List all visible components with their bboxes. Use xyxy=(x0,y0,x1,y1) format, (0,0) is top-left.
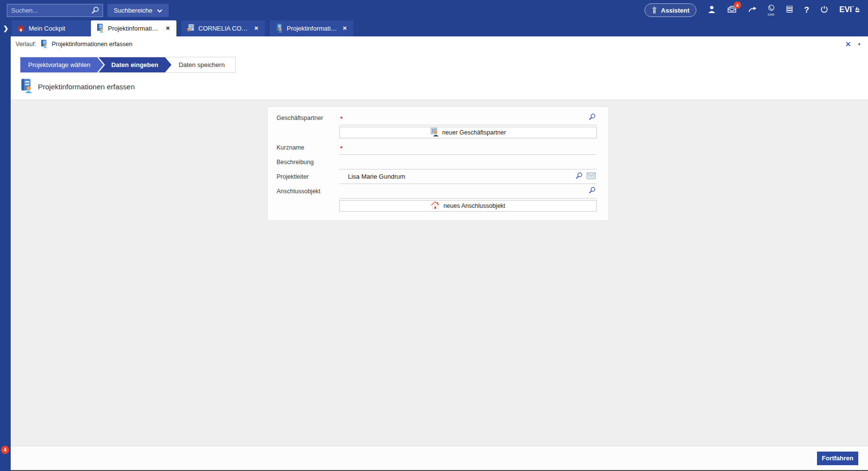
logout-button[interactable] xyxy=(820,5,828,15)
new-connection-object-button[interactable]: neues Anschlussobjekt xyxy=(339,200,597,212)
globe-label: GMD xyxy=(768,14,775,16)
close-icon[interactable]: ✕ xyxy=(845,40,851,48)
field-control xyxy=(339,155,597,169)
main-area: Verlauf: Projektinformationen erfassen ✕… xyxy=(11,36,868,471)
close-icon[interactable]: ✕ xyxy=(165,24,171,33)
left-edge-strip: 4 xyxy=(0,36,11,471)
tab-projektinformationen-2[interactable]: Projektinformatione... ✕ xyxy=(270,20,353,36)
redo-button[interactable] xyxy=(748,5,757,15)
logo-text: EVI xyxy=(839,5,852,14)
tab-bar: ❯ Mein Cockpit Projektinformatione... ✕ … xyxy=(0,20,868,36)
footer-bar: Fortfahren xyxy=(11,446,868,470)
field-row-anschlussobjekt: Anschlussobjekt xyxy=(277,184,597,199)
geschaeftspartner-input[interactable] xyxy=(348,114,586,121)
global-search[interactable] xyxy=(7,4,103,17)
email-icon[interactable] xyxy=(587,172,596,181)
field-label: Geschäftspartner xyxy=(277,111,339,125)
project-document-icon xyxy=(96,23,104,34)
history-bar: Verlauf: Projektinformationen erfassen ✕… xyxy=(11,36,868,52)
button-label: neues Anschlussobjekt xyxy=(443,202,505,209)
search-icon[interactable] xyxy=(88,6,103,14)
home-icon xyxy=(17,24,25,33)
tab-cornelia-complex[interactable]: CORNELIA COMPLE... ✕ xyxy=(181,20,265,36)
search-lookup-icon[interactable] xyxy=(589,113,596,122)
notification-badge[interactable]: 4 xyxy=(1,446,9,454)
redo-arrow-icon xyxy=(748,5,757,15)
caret-down-icon[interactable]: ▼ xyxy=(857,42,861,47)
chevron-down-icon xyxy=(157,7,162,14)
wizard-step-daten-eingeben[interactable]: Daten eingeben xyxy=(99,57,172,72)
help-button[interactable]: ? xyxy=(804,5,809,15)
database-stack-icon xyxy=(786,5,793,15)
globe-icon xyxy=(768,4,775,13)
kurzname-input[interactable] xyxy=(348,144,596,151)
gmd-globe-button[interactable]: GMD xyxy=(768,4,775,16)
tab-scroll-chevron-icon[interactable]: ❯ xyxy=(0,20,12,36)
search-scope-dropdown[interactable]: Suchbereiche xyxy=(107,4,169,17)
inbox-count-badge: 4 xyxy=(734,1,741,9)
field-row-projektleiter: Projektleiter xyxy=(277,169,597,184)
field-row-beschreibung: Beschreibung xyxy=(277,155,597,169)
projektleiter-input[interactable] xyxy=(348,173,573,180)
search-input[interactable] xyxy=(7,7,88,14)
assistant-label: Assistent xyxy=(661,7,690,14)
power-icon xyxy=(820,5,828,15)
wizard-step-daten-speichern[interactable]: Daten speichern xyxy=(167,57,236,72)
field-label: Kurzname xyxy=(277,140,339,155)
history-item[interactable]: Projektinformationen erfassen xyxy=(40,39,132,50)
project-document-icon xyxy=(20,78,33,95)
field-label: Projektleiter xyxy=(277,169,339,184)
wizard-header-zone: Projektvorlage wählen Daten eingeben Dat… xyxy=(11,52,868,100)
wizard-step-projektvorlage[interactable]: Projektvorlage wählen xyxy=(20,57,104,72)
content-area: Geschäftspartner * xyxy=(11,100,868,446)
page-title: Projektinformationen erfassen xyxy=(38,83,135,91)
top-bar-actions: Assistent 4 xyxy=(644,3,860,17)
anschlussobjekt-input[interactable] xyxy=(348,187,586,195)
beschreibung-input[interactable] xyxy=(348,158,596,166)
tab-label: Projektinformatione... xyxy=(108,25,161,32)
field-control xyxy=(339,184,597,199)
sailboat-icon xyxy=(854,5,860,15)
history-label: Verlauf: xyxy=(16,41,36,48)
application-window: Suchbereiche Assistent xyxy=(0,0,868,471)
step-label: Daten speichern xyxy=(179,61,225,68)
person-building-icon xyxy=(430,128,439,138)
page-title-row: Projektinformationen erfassen xyxy=(20,78,868,95)
action-row: neues Anschlussobjekt xyxy=(277,199,597,214)
required-marker: * xyxy=(340,115,345,122)
action-row: neuer Geschäftspartner xyxy=(277,125,597,140)
new-business-partner-button[interactable]: neuer Geschäftspartner xyxy=(339,127,597,138)
search-scope-label: Suchbereiche xyxy=(114,7,153,14)
assistant-button[interactable]: Assistent xyxy=(644,3,696,17)
lighthouse-icon xyxy=(651,6,658,15)
history-bar-actions: ✕ ▼ xyxy=(845,40,861,48)
tab-label: CORNELIA COMPLE... xyxy=(198,25,249,32)
tab-mein-cockpit[interactable]: Mein Cockpit xyxy=(12,20,90,36)
field-control: * xyxy=(339,111,597,125)
user-icon xyxy=(708,5,716,15)
body-row: 4 Verlauf: Projektinformationen erfassen… xyxy=(0,36,868,471)
top-bar: Suchbereiche Assistent xyxy=(0,0,868,20)
database-button[interactable] xyxy=(786,5,793,15)
field-control xyxy=(339,169,597,184)
project-document-icon xyxy=(40,39,48,50)
tab-projektinformationen-active[interactable]: Projektinformatione... ✕ xyxy=(91,20,176,36)
continue-button[interactable]: Fortfahren xyxy=(817,452,858,465)
close-icon[interactable]: ✕ xyxy=(253,24,260,33)
building-icon xyxy=(187,24,194,34)
required-marker: * xyxy=(340,145,345,152)
search-lookup-icon[interactable] xyxy=(589,186,596,196)
step-label: Projektvorlage wählen xyxy=(28,61,90,68)
inbox-button[interactable]: 4 xyxy=(727,5,737,15)
search-lookup-icon[interactable] xyxy=(575,172,583,181)
project-document-icon xyxy=(275,23,283,34)
step-label: Daten eingeben xyxy=(111,61,158,68)
close-icon[interactable]: ✕ xyxy=(342,24,348,33)
wizard-steps: Projektvorlage wählen Daten eingeben Dat… xyxy=(20,57,236,73)
user-profile-button[interactable] xyxy=(708,5,716,15)
tab-label: Projektinformatione... xyxy=(287,25,338,32)
evi-logo: EVI ° xyxy=(839,5,860,15)
field-control: * xyxy=(339,140,597,155)
house-icon xyxy=(431,201,440,211)
tab-label: Mein Cockpit xyxy=(29,25,85,32)
